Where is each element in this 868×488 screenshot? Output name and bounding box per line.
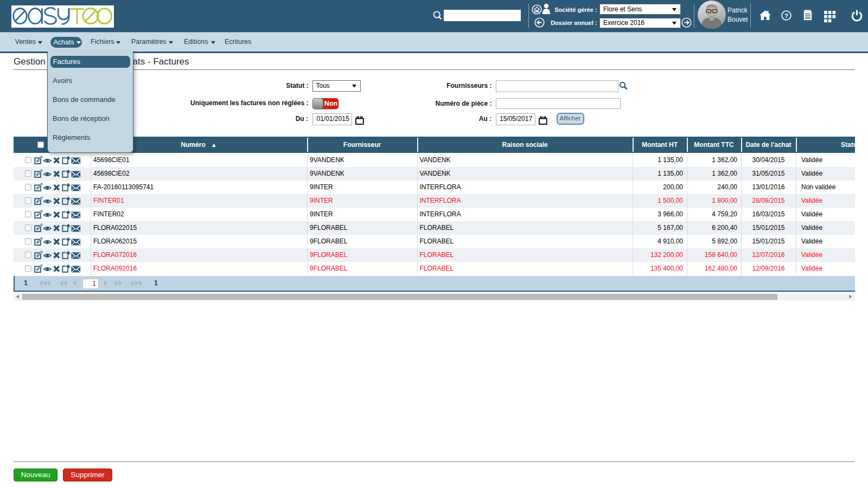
svg-text:?: ? bbox=[784, 12, 788, 19]
